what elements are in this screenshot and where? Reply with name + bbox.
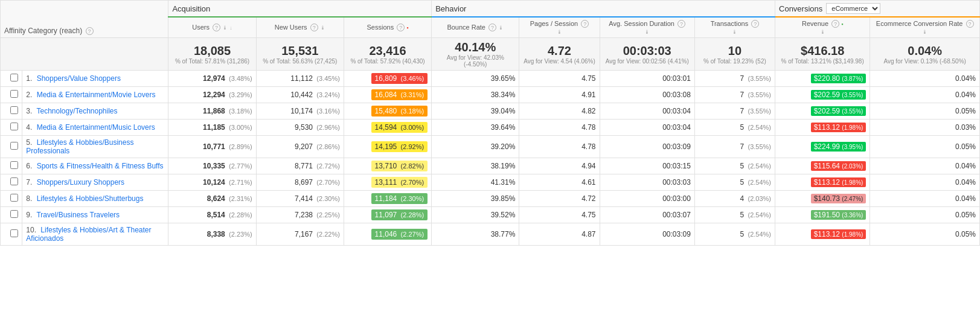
row-checkbox[interactable] [10, 142, 18, 150]
table-row: 2. Media & Entertainment/Movie Lovers 12… [1, 87, 980, 103]
row-users-value: 10,771 [203, 142, 225, 151]
sessions-help-icon[interactable]: ? [397, 24, 405, 31]
table-row: 4. Media & Entertainment/Music Lovers 11… [1, 120, 980, 136]
row-checkbox[interactable] [10, 210, 18, 218]
new-users-label: New Users [275, 24, 307, 31]
category-link[interactable]: Media & Entertainment/Movie Lovers [37, 91, 156, 99]
row-checkbox[interactable] [10, 90, 18, 98]
pages-session-label: Pages / Session [530, 20, 578, 27]
row-transactions-cell: 5 (2.54%) [694, 158, 775, 174]
row-transactions-pct: (2.54%) [748, 179, 771, 186]
conversions-header: Conversions eCommerce [775, 1, 980, 18]
transactions-thermometer-icon: 🌡 [732, 29, 737, 35]
new-users-help-icon[interactable]: ? [310, 24, 318, 31]
row-new-users-cell: 7,238 (2.25%) [256, 207, 344, 223]
total-revenue-value: $416.18 [779, 44, 866, 58]
row-sessions-cell: 14,594 (3.00%) [344, 120, 431, 136]
row-revenue-value: $113.12 (1.98%) [811, 229, 866, 239]
row-sessions-cell: 16,084 (3.31%) [344, 87, 431, 103]
pages-help-icon[interactable]: ? [581, 20, 589, 28]
row-users-pct: (2.89%) [229, 143, 252, 150]
row-checkbox[interactable] [10, 106, 18, 114]
affinity-help-icon[interactable]: ? [86, 27, 94, 35]
row-ecommerce-cell: 0.04% [870, 71, 980, 87]
row-pages-cell: 4.94 [519, 158, 600, 174]
row-revenue-cell: $224.99 (3.95%) [775, 136, 870, 158]
row-new-users-cell: 9,530 (2.96%) [256, 120, 344, 136]
row-sessions-cell: 13,710 (2.82%) [344, 158, 431, 174]
sort-icon[interactable]: ↓ [229, 25, 232, 31]
row-bounce-cell: 39.04% [432, 103, 519, 120]
row-checkbox[interactable] [10, 229, 18, 237]
behavior-header: Behavior [432, 1, 775, 18]
row-checkbox-cell [1, 191, 22, 207]
row-revenue-value: $115.64 (2.03%) [811, 161, 866, 171]
row-checkbox[interactable] [10, 123, 18, 130]
total-bounce-cell: 40.14% Avg for View: 42.03% (-4.50%) [432, 38, 519, 71]
row-revenue-value: $113.12 (1.98%) [811, 123, 866, 132]
row-num-category-cell: 4. Media & Entertainment/Music Lovers [22, 120, 168, 136]
row-checkbox[interactable] [10, 194, 18, 202]
row-bounce-cell: 38.19% [432, 158, 519, 174]
row-checkbox[interactable] [10, 161, 18, 169]
row-avg-session-cell: 00:03:09 [600, 223, 694, 246]
row-revenue-cell: $113.12 (1.98%) [775, 174, 870, 191]
row-num-category-cell: 8. Lifestyles & Hobbies/Shutterbugs [22, 191, 168, 207]
row-new-users-cell: 10,174 (3.16%) [256, 103, 344, 120]
table-row: 6. Sports & Fitness/Health & Fitness Buf… [1, 158, 980, 174]
table-row: 9. Travel/Business Travelers 8,514 (2.28… [1, 207, 980, 223]
row-new-users-cell: 8,697 (2.70%) [256, 174, 344, 191]
category-link[interactable]: Shoppers/Luxury Shoppers [37, 178, 124, 187]
ecommerce-help-icon[interactable]: ? [966, 20, 974, 28]
row-avg-session-cell: 00:03:09 [600, 136, 694, 158]
row-new-users-cell: 10,442 (3.24%) [256, 87, 344, 103]
row-checkbox-cell [1, 136, 22, 158]
bounce-help-icon[interactable]: ? [488, 24, 496, 31]
table-row: 5. Lifestyles & Hobbies/Business Profess… [1, 136, 980, 158]
users-help-icon[interactable]: ? [213, 24, 220, 31]
category-link[interactable]: Media & Entertainment/Music Lovers [37, 123, 155, 132]
row-transactions-cell: 7 (3.55%) [694, 87, 775, 103]
row-sessions-cell: 11,097 (2.28%) [344, 207, 431, 223]
table-row: 10. Lifestyles & Hobbies/Art & Theater A… [1, 223, 980, 246]
row-transactions-pct: (2.03%) [748, 195, 771, 202]
row-transactions-cell: 5 (2.54%) [694, 207, 775, 223]
row-bounce-cell: 39.65% [432, 71, 519, 87]
row-avg-session-cell: 00:03:15 [600, 158, 694, 174]
category-link[interactable]: Shoppers/Value Shoppers [37, 74, 121, 83]
revenue-help-icon[interactable]: ? [831, 20, 839, 28]
category-link[interactable]: Technology/Technophiles [36, 107, 117, 115]
category-link[interactable]: Lifestyles & Hobbies/Business Profession… [26, 138, 133, 155]
row-number: 1. [26, 74, 32, 83]
row-sessions-value: 16,809 (3.46%) [371, 73, 428, 84]
total-transactions-cell: 10 % of Total: 19.23% (52) [694, 38, 775, 71]
row-checkbox[interactable] [10, 177, 18, 185]
total-bounce-sub: Avg for View: 42.03% (-4.50%) [435, 54, 515, 68]
conversions-type-select[interactable]: eCommerce [826, 3, 880, 14]
row-users-cell: 10,124 (2.71%) [168, 174, 256, 191]
category-link[interactable]: Sports & Fitness/Health & Fitness Buffs [37, 162, 164, 170]
pages-session-col-header: Pages / Session ? 🌡 [519, 17, 600, 38]
category-link[interactable]: Lifestyles & Hobbies/Shutterbugs [37, 194, 144, 203]
new-users-col-header: New Users ? 🌡 [256, 17, 344, 38]
category-link[interactable]: Lifestyles & Hobbies/Art & Theater Afici… [26, 226, 151, 243]
row-revenue-cell: $140.73 (2.47%) [775, 191, 870, 207]
row-new-users-pct: (2.86%) [316, 143, 340, 150]
total-users-value: 18,085 [172, 44, 252, 58]
row-sessions-cell: 14,195 (2.92%) [344, 136, 431, 158]
row-users-value: 8,624 [207, 194, 225, 203]
sessions-heatmap-icon: ▪ [406, 25, 408, 31]
ecommerce-rate-col-header: Ecommerce Conversion Rate ? 🌡 [870, 17, 980, 38]
category-link[interactable]: Travel/Business Travelers [36, 211, 120, 219]
row-ecommerce-cell: 0.05% [870, 207, 980, 223]
row-new-users-pct: (3.24%) [316, 91, 340, 98]
row-checkbox[interactable] [10, 74, 18, 81]
total-new-users-value: 15,531 [260, 44, 340, 58]
row-number: 3. [26, 107, 32, 115]
row-sessions-value: 11,184 (2.30%) [371, 193, 428, 204]
row-checkbox-cell [1, 223, 22, 246]
row-new-users-pct: (3.45%) [316, 75, 340, 82]
transactions-help-icon[interactable]: ? [751, 20, 759, 28]
avg-session-help-icon[interactable]: ? [677, 20, 685, 28]
row-users-pct: (3.29%) [229, 91, 252, 98]
